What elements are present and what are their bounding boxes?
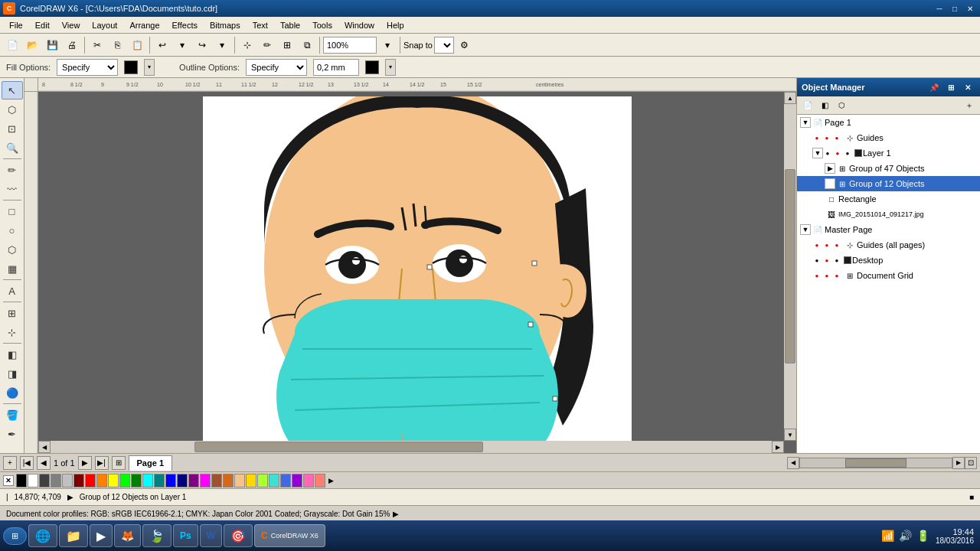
outline-size-input[interactable] [313, 59, 359, 76]
tree-desktop[interactable]: ● ● ● Desktop [797, 253, 980, 268]
tray-battery[interactable]: 🔋 [916, 530, 929, 542]
zoom-fit-button[interactable]: ⊡ [965, 457, 977, 469]
text-tool[interactable]: A [2, 282, 23, 300]
guides-print-icon[interactable]: ● [832, 133, 841, 142]
copy-button[interactable]: ⎘ [108, 36, 126, 54]
menu-text[interactable]: Text [247, 18, 274, 33]
group12-expand[interactable]: ▶ [825, 178, 835, 189]
tree-image[interactable]: 🖼 IMG_20151014_091217.jpg [797, 207, 980, 222]
select-tool[interactable]: ↖ [2, 81, 23, 99]
tree-docgrid[interactable]: ● ● ● ⊞ Document Grid [797, 268, 980, 283]
group47-expand[interactable]: ▶ [825, 163, 835, 174]
parallel-dim-tool[interactable]: ⊞ [2, 304, 23, 322]
prev-page-button[interactable]: ◀ [37, 456, 51, 470]
horizontal-scrollbar[interactable]: ◀ ▶ [38, 441, 784, 453]
om-object-view-btn[interactable]: ⬡ [834, 99, 849, 112]
desktop-lock[interactable]: ● [822, 256, 831, 265]
hscroll-left-nav[interactable]: ◀ [787, 457, 799, 469]
palette-turquoise[interactable] [269, 474, 279, 487]
table-tool[interactable]: ▦ [2, 259, 23, 278]
taskbar-firefox[interactable]: 🦊 [114, 524, 141, 547]
outline-color-swatch[interactable] [365, 60, 379, 74]
palette-orange[interactable] [96, 474, 107, 487]
drop-shadow-tool[interactable]: ◧ [2, 345, 23, 364]
fill-color-swatch[interactable] [124, 60, 138, 74]
titlebar-controls[interactable]: ─ □ ✕ [933, 2, 977, 15]
palette-gold[interactable] [246, 474, 256, 487]
fill-options-select[interactable]: Specify [57, 59, 118, 76]
palette-navy[interactable] [177, 474, 188, 487]
menu-help[interactable]: Help [381, 18, 410, 33]
page1-tab[interactable]: Page 1 [129, 455, 172, 471]
layer1-print-icon[interactable]: ● [843, 148, 852, 158]
eyedropper-tool[interactable]: 🔵 [2, 383, 23, 402]
menu-bitmaps[interactable]: Bitmaps [204, 18, 247, 33]
shape-tool[interactable]: ⬡ [2, 100, 23, 119]
palette-red[interactable] [85, 474, 96, 487]
palette-teal[interactable] [154, 474, 165, 487]
taskbar-media[interactable]: ▶ [90, 524, 113, 547]
menu-tools[interactable]: Tools [306, 18, 338, 33]
tree-layer1[interactable]: ▼ ● ● ● Layer 1 [797, 145, 980, 161]
coord-arrow[interactable]: ▶ [67, 493, 74, 501]
palette-peru[interactable] [223, 474, 234, 487]
select-mode-button[interactable]: ⊹ [238, 36, 256, 54]
menu-view[interactable]: View [56, 18, 87, 33]
desktop-print[interactable]: ● [832, 256, 841, 265]
page1-expand[interactable]: ▼ [800, 117, 811, 128]
palette-white[interactable] [28, 474, 38, 487]
zoom-dropdown[interactable]: ▾ [378, 36, 397, 54]
no-fill-button[interactable]: ✕ [3, 475, 14, 486]
tray-network[interactable]: 📶 [881, 530, 894, 542]
new-button[interactable]: 📄 [3, 36, 21, 54]
menu-edit[interactable]: Edit [29, 18, 56, 33]
docgrid-lock[interactable]: ● [822, 271, 831, 280]
palette-cyan[interactable] [142, 474, 153, 487]
layer1-lock-icon[interactable]: ● [833, 148, 842, 158]
minimize-button[interactable]: ─ [933, 2, 946, 15]
last-page-button[interactable]: ▶| [95, 456, 109, 470]
guides-all-lock[interactable]: ● [822, 240, 831, 249]
om-expand-button[interactable]: ⊞ [943, 80, 959, 94]
guides-all-eye[interactable]: ● [812, 240, 822, 249]
palette-green[interactable] [131, 474, 142, 487]
palette-black[interactable] [16, 474, 27, 487]
om-layer-view-btn[interactable]: ◧ [817, 99, 832, 112]
palette-chartreuse[interactable] [257, 474, 268, 487]
maximize-button[interactable]: □ [948, 2, 962, 15]
masterpage-expand[interactable]: ▼ [800, 224, 811, 235]
guides-lock-icon[interactable]: ● [822, 133, 831, 142]
palette-skin[interactable] [234, 474, 245, 487]
tree-masterpage[interactable]: ▼ 📄 Master Page [797, 222, 980, 237]
fill-color-dropdown[interactable]: ▾ [144, 59, 155, 76]
open-button[interactable]: 📂 [23, 36, 41, 54]
palette-darkred[interactable] [74, 474, 84, 487]
snap-settings[interactable]: ⚙ [456, 36, 474, 54]
palette-royalblue[interactable] [280, 474, 291, 487]
tree-group47[interactable]: ▶ ⊞ Group of 47 Objects [797, 161, 980, 176]
outline-options-select[interactable]: Specify [246, 59, 307, 76]
clock[interactable]: 19:44 18/03/2016 [936, 527, 974, 545]
page-detail-button[interactable]: ⊞ [112, 456, 126, 470]
rect-tool[interactable]: □ [2, 202, 23, 220]
taskbar-app5[interactable]: 🍃 [142, 524, 172, 547]
smart-draw-tool[interactable]: 〰 [2, 180, 23, 198]
paste-button[interactable]: 📋 [128, 36, 146, 54]
freehand-button[interactable]: ✏ [258, 36, 276, 54]
start-button[interactable]: ⊞ [3, 527, 27, 545]
palette-more-button[interactable]: ▶ [326, 474, 335, 487]
palette-lime[interactable] [119, 474, 130, 487]
freehand-draw-tool[interactable]: ✏ [2, 161, 23, 179]
undo-dropdown[interactable]: ▾ [173, 36, 191, 54]
scroll-right-button[interactable]: ▶ [772, 441, 784, 453]
canvas-content[interactable] [38, 92, 796, 453]
layer1-eye-icon[interactable]: ● [823, 148, 832, 158]
cut-button[interactable]: ✂ [88, 36, 106, 54]
palette-brown[interactable] [211, 474, 222, 487]
taskbar-word[interactable]: W [200, 524, 222, 547]
save-button[interactable]: 💾 [43, 36, 61, 54]
scroll-down-button[interactable]: ▼ [784, 429, 796, 441]
menu-window[interactable]: Window [338, 18, 381, 33]
menu-arrange[interactable]: Arrange [123, 18, 165, 33]
outline-pen-tool[interactable]: ✒ [2, 425, 23, 443]
